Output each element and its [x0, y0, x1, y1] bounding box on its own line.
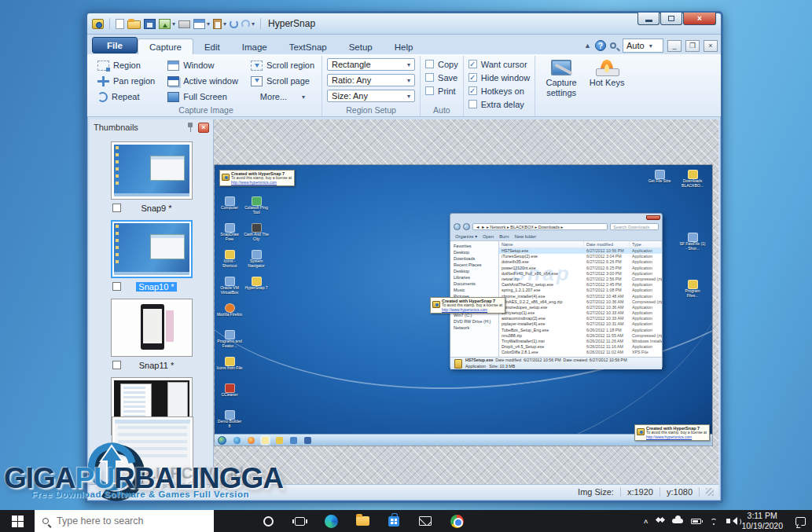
- volume-icon[interactable]: [726, 519, 730, 523]
- cortana-button[interactable]: [261, 514, 275, 528]
- pin-icon[interactable]: [187, 123, 193, 132]
- zoom-mode-dropdown[interactable]: Auto▾: [623, 39, 663, 53]
- open-folder-icon[interactable]: [127, 20, 141, 29]
- extra-delay-checkbox[interactable]: Extra delay: [468, 98, 530, 110]
- tab-edit[interactable]: Edit: [193, 39, 231, 54]
- taskbar-clock[interactable]: 3:11 PM 10/19/2020: [741, 511, 783, 531]
- window-capture-icon[interactable]: [193, 19, 205, 29]
- window-icon: [167, 61, 179, 71]
- zoom-search-icon[interactable]: [610, 42, 616, 49]
- captured-app-icon: [290, 437, 297, 444]
- clipboard-caret-icon[interactable]: ▾: [223, 20, 226, 28]
- repeat-button[interactable]: Repeat: [95, 89, 157, 105]
- capture-settings-button[interactable]: Capture settings: [540, 57, 582, 116]
- doc-minimize-button[interactable]: _: [667, 40, 682, 52]
- hot-keys-button[interactable]: Hot Keys: [586, 57, 628, 116]
- quick-access-overflow-icon[interactable]: ▾: [252, 20, 255, 28]
- window-title: HyperSnap: [268, 18, 315, 29]
- editor-canvas[interactable]: Created with HyperSnap 7 To avoid this s…: [214, 119, 718, 484]
- scroll-region-button[interactable]: Scroll region: [248, 57, 317, 73]
- want-cursor-checkbox-box[interactable]: ✓: [468, 60, 477, 68]
- extra-delay-checkbox-box[interactable]: [468, 100, 477, 108]
- thumbnail-snap9[interactable]: Snap9 *: [111, 141, 193, 214]
- collapse-ribbon-icon[interactable]: ▲: [584, 42, 591, 50]
- battery-icon[interactable]: [691, 519, 701, 524]
- size-dropdown[interactable]: Size: Any▾: [327, 90, 415, 102]
- thumbnail-snap10[interactable]: Snap10 *: [111, 220, 193, 292]
- wifi-icon[interactable]: [709, 517, 718, 525]
- print-checkbox[interactable]: Print: [425, 85, 458, 97]
- region-button[interactable]: Region: [95, 57, 157, 73]
- ratio-dropdown[interactable]: Ratio: Any▾: [327, 74, 415, 86]
- save-checkbox-box[interactable]: [425, 73, 434, 82]
- export-icon[interactable]: [159, 19, 171, 29]
- thumbnails-close-icon[interactable]: ×: [198, 123, 209, 133]
- shape-dropdown[interactable]: Rectangle▾: [327, 58, 415, 71]
- cortana-icon: [263, 516, 274, 526]
- tab-textsnap[interactable]: TextSnap: [278, 39, 338, 54]
- onedrive-icon[interactable]: [672, 519, 683, 523]
- want-cursor-checkbox[interactable]: ✓Want cursor: [468, 58, 530, 70]
- chrome-button[interactable]: [450, 514, 464, 528]
- hide-window-checkbox-box[interactable]: ✓: [468, 73, 477, 82]
- search-input[interactable]: [55, 515, 189, 527]
- active-window-button[interactable]: Active window: [165, 73, 241, 89]
- hypersnap-logo-icon: [92, 19, 104, 29]
- copy-checkbox[interactable]: Copy: [425, 58, 458, 70]
- minimize-button[interactable]: [637, 13, 660, 25]
- redo-icon[interactable]: [241, 20, 250, 28]
- doc-restore-button[interactable]: ❐: [685, 40, 700, 52]
- scroll-page-button[interactable]: Scroll page: [248, 73, 317, 89]
- full-screen-button[interactable]: Full Screen: [165, 89, 241, 105]
- snap10-checkbox[interactable]: [112, 282, 121, 291]
- start-button[interactable]: [0, 510, 35, 532]
- hotkeys-on-checkbox-box[interactable]: ✓: [468, 86, 477, 95]
- print-checkbox-box[interactable]: [425, 86, 434, 95]
- save-icon[interactable]: [144, 19, 156, 29]
- captured-desktop-icon: Program Files...: [678, 280, 707, 298]
- snap11-checkbox[interactable]: [112, 361, 121, 369]
- tab-help[interactable]: Help: [384, 39, 424, 54]
- save-checkbox[interactable]: Save: [425, 72, 458, 83]
- action-center-icon[interactable]: [795, 517, 806, 526]
- captured-screenshot[interactable]: Created with HyperSnap 7 To avoid this s…: [215, 165, 712, 446]
- tab-file[interactable]: File: [92, 37, 138, 53]
- hotkeys-on-checkbox[interactable]: ✓Hotkeys on: [468, 85, 530, 97]
- help-icon[interactable]: ?: [595, 40, 606, 51]
- captured-search-box: Search Downloads: [610, 223, 659, 230]
- pan-region-button[interactable]: Pan region: [95, 73, 157, 89]
- snap9-checkbox[interactable]: [112, 204, 121, 212]
- dropbox-icon[interactable]: [656, 518, 664, 525]
- copy-checkbox-box[interactable]: [425, 60, 434, 68]
- captured-tree-item: Network: [454, 325, 498, 331]
- tab-capture[interactable]: Capture: [138, 39, 193, 54]
- capture-options-group: ✓Want cursor ✓Hide window ✓Hotkeys on Ex…: [464, 56, 535, 116]
- tab-setup[interactable]: Setup: [338, 39, 384, 54]
- print-icon[interactable]: [178, 20, 190, 28]
- taskbar-search[interactable]: [35, 510, 214, 532]
- close-button[interactable]: ×: [683, 13, 716, 25]
- tray-expand-icon[interactable]: ∧: [643, 518, 648, 525]
- clipboard-icon[interactable]: [213, 19, 222, 29]
- maximize-button[interactable]: [660, 13, 682, 25]
- thumbnail-snap11[interactable]: Snap11 *: [111, 299, 193, 371]
- edge-button[interactable]: [324, 514, 338, 528]
- window-button[interactable]: Window: [165, 57, 241, 73]
- mail-button[interactable]: [418, 514, 432, 528]
- export-caret-icon[interactable]: ▾: [172, 20, 175, 28]
- captured-file-row: HS7Setup.exe6/27/2012 10:56 PMApplicatio…: [499, 248, 662, 254]
- hide-window-checkbox[interactable]: ✓Hide window: [468, 72, 530, 83]
- file-explorer-button[interactable]: [355, 514, 369, 528]
- resize-grip[interactable]: [706, 488, 714, 496]
- store-button[interactable]: [387, 514, 401, 528]
- doc-close-button[interactable]: ×: [704, 40, 718, 52]
- window-capture-caret-icon[interactable]: ▾: [207, 20, 210, 28]
- more-button[interactable]: More...▾: [248, 89, 317, 105]
- ribbon: Region Pan region Repeat Window Active w…: [87, 54, 721, 117]
- new-document-icon[interactable]: [116, 19, 124, 29]
- task-view-button[interactable]: [292, 514, 307, 528]
- tab-image[interactable]: Image: [231, 39, 278, 54]
- captured-tree-item: Downloads: [454, 255, 498, 262]
- captured-file-row: TubeBox_Setup_Eng.exe6/26/2012 1:18 PMAp…: [499, 328, 662, 333]
- undo-icon[interactable]: [230, 20, 238, 28]
